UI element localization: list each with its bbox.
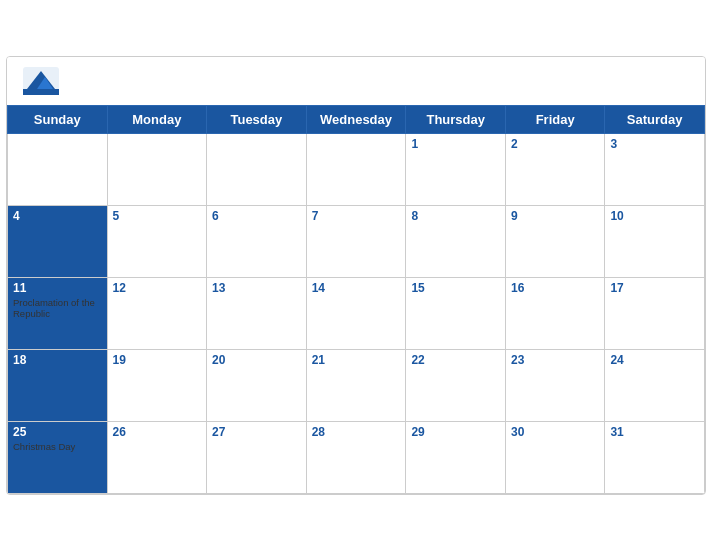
- day-header-thursday: Thursday: [406, 105, 506, 133]
- cell-content: 6: [212, 209, 301, 223]
- cell-content: 5: [113, 209, 202, 223]
- calendar-cell: 8: [406, 205, 506, 277]
- date-number: 2: [511, 137, 599, 151]
- calendar-cell: [8, 133, 108, 205]
- calendar-cell: 16: [506, 277, 605, 349]
- cell-content: 12: [113, 281, 202, 295]
- date-number: 12: [113, 281, 202, 295]
- calendar-cell: 3: [605, 133, 705, 205]
- cell-content: 27: [212, 425, 301, 439]
- day-header-sunday: Sunday: [8, 105, 108, 133]
- date-number: 11: [13, 281, 102, 295]
- calendar-cell: 12: [107, 277, 207, 349]
- date-number: 14: [312, 281, 401, 295]
- date-number: 24: [610, 353, 699, 367]
- calendar-cell: 31: [605, 421, 705, 493]
- cell-content: 22: [411, 353, 500, 367]
- holiday-label: Proclamation of the Republic: [13, 297, 102, 320]
- cell-content: 17: [610, 281, 699, 295]
- date-number: 6: [212, 209, 301, 223]
- date-number: 30: [511, 425, 599, 439]
- calendar-cell: 20: [207, 349, 307, 421]
- logo: [23, 67, 63, 97]
- cell-content: 31: [610, 425, 699, 439]
- cell-content: 18: [13, 353, 102, 367]
- calendar-cell: 1: [406, 133, 506, 205]
- date-number: 4: [13, 209, 102, 223]
- calendar-cell: 17: [605, 277, 705, 349]
- calendar-cell: 6: [207, 205, 307, 277]
- day-header-monday: Monday: [107, 105, 207, 133]
- week-row-2: 45678910: [8, 205, 705, 277]
- calendar: SundayMondayTuesdayWednesdayThursdayFrid…: [6, 56, 706, 495]
- date-number: 5: [113, 209, 202, 223]
- calendar-cell: 11Proclamation of the Republic: [8, 277, 108, 349]
- calendar-cell: 23: [506, 349, 605, 421]
- day-header-saturday: Saturday: [605, 105, 705, 133]
- day-headers-row: SundayMondayTuesdayWednesdayThursdayFrid…: [8, 105, 705, 133]
- cell-content: 15: [411, 281, 500, 295]
- cell-content: 21: [312, 353, 401, 367]
- date-number: 16: [511, 281, 599, 295]
- date-number: 28: [312, 425, 401, 439]
- calendar-cell: 24: [605, 349, 705, 421]
- calendar-cell: 14: [306, 277, 406, 349]
- cell-content: 13: [212, 281, 301, 295]
- calendar-cell: 29: [406, 421, 506, 493]
- cell-content: 4: [13, 209, 102, 223]
- cell-content: 29: [411, 425, 500, 439]
- cell-content: 26: [113, 425, 202, 439]
- cell-content: 19: [113, 353, 202, 367]
- week-row-3: 11Proclamation of the Republic1213141516…: [8, 277, 705, 349]
- date-number: 10: [610, 209, 699, 223]
- calendar-cell: 25Christmas Day: [8, 421, 108, 493]
- date-number: 18: [13, 353, 102, 367]
- calendar-cell: 22: [406, 349, 506, 421]
- cell-content: 8: [411, 209, 500, 223]
- cell-content: 24: [610, 353, 699, 367]
- calendar-cell: 30: [506, 421, 605, 493]
- cell-content: 2: [511, 137, 599, 151]
- calendar-cell: 26: [107, 421, 207, 493]
- week-row-1: 123: [8, 133, 705, 205]
- cell-content: 23: [511, 353, 599, 367]
- calendar-cell: 18: [8, 349, 108, 421]
- date-number: 25: [13, 425, 102, 439]
- week-row-4: 18192021222324: [8, 349, 705, 421]
- cell-content: 25Christmas Day: [13, 425, 102, 452]
- calendar-cell: 21: [306, 349, 406, 421]
- calendar-cell: 5: [107, 205, 207, 277]
- date-number: 8: [411, 209, 500, 223]
- calendar-cell: 7: [306, 205, 406, 277]
- date-number: 7: [312, 209, 401, 223]
- generalblue-logo-icon: [23, 67, 59, 95]
- date-number: 13: [212, 281, 301, 295]
- calendar-cell: 4: [8, 205, 108, 277]
- svg-rect-3: [23, 89, 59, 95]
- date-number: 29: [411, 425, 500, 439]
- calendar-cell: 2: [506, 133, 605, 205]
- date-number: 27: [212, 425, 301, 439]
- week-row-5: 25Christmas Day262728293031: [8, 421, 705, 493]
- cell-content: 9: [511, 209, 599, 223]
- day-header-tuesday: Tuesday: [207, 105, 307, 133]
- cell-content: 1: [411, 137, 500, 151]
- date-number: 3: [610, 137, 699, 151]
- date-number: 9: [511, 209, 599, 223]
- date-number: 19: [113, 353, 202, 367]
- date-number: 26: [113, 425, 202, 439]
- cell-content: 20: [212, 353, 301, 367]
- holiday-label: Christmas Day: [13, 441, 102, 452]
- calendar-cell: 28: [306, 421, 406, 493]
- cell-content: 3: [610, 137, 699, 151]
- date-number: 23: [511, 353, 599, 367]
- calendar-cell: 27: [207, 421, 307, 493]
- date-number: 22: [411, 353, 500, 367]
- day-header-wednesday: Wednesday: [306, 105, 406, 133]
- date-number: 15: [411, 281, 500, 295]
- date-number: 31: [610, 425, 699, 439]
- cell-content: 7: [312, 209, 401, 223]
- calendar-cell: 10: [605, 205, 705, 277]
- date-number: 20: [212, 353, 301, 367]
- calendar-cell: [207, 133, 307, 205]
